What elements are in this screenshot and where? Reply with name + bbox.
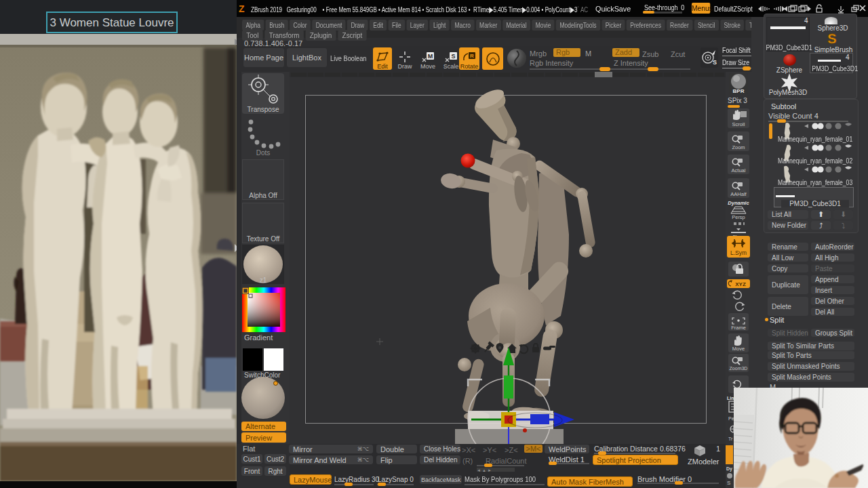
svg-text:Lin: Lin — [727, 396, 734, 401]
svg-text:AAHalf: AAHalf — [730, 191, 747, 197]
svg-text:SPix 3: SPix 3 — [728, 97, 747, 104]
svg-text:Persp: Persp — [732, 214, 745, 220]
svg-text:S: S — [713, 59, 717, 66]
svg-text:Scroll: Scroll — [732, 121, 745, 127]
svg-text:Zoom: Zoom — [732, 144, 745, 150]
svg-text:Move: Move — [732, 346, 745, 352]
svg-text:Zoom3D: Zoom3D — [730, 366, 748, 371]
svg-text:XYZ: XYZ — [735, 281, 746, 287]
svg-text:Frame: Frame — [731, 325, 746, 331]
svg-text:S: S — [827, 32, 836, 46]
svg-text:Dynamic: Dynamic — [728, 200, 749, 206]
svg-text:L.Sym: L.Sym — [730, 249, 747, 256]
svg-text:R: R — [470, 53, 474, 59]
svg-text:3 Women Statue Louvre: 3 Women Statue Louvre — [50, 16, 174, 29]
svg-text:BPR: BPR — [733, 88, 745, 94]
svg-text:S: S — [451, 53, 455, 60]
svg-text:M: M — [428, 53, 433, 60]
svg-text:Tr: Tr — [728, 436, 733, 441]
svg-text:Actual: Actual — [732, 167, 746, 174]
